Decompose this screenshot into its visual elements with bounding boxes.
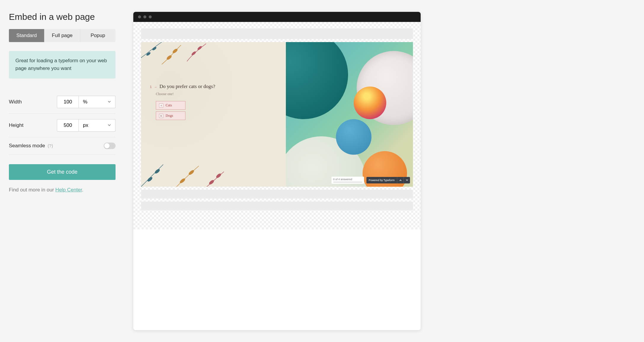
option-b[interactable]: B Dogs — [156, 111, 185, 120]
preview-pane: 1 → Do you prefer cats or dogs? Choose o… — [133, 12, 635, 330]
width-input-group: % — [57, 96, 116, 108]
svg-point-5 — [197, 45, 203, 51]
placeholder-block — [141, 28, 413, 39]
height-unit-select[interactable]: px — [79, 119, 116, 132]
tab-full-page[interactable]: Full page — [44, 29, 80, 42]
powered-by-label[interactable]: Powered by Typeform — [366, 177, 397, 183]
placeholder-block — [141, 190, 413, 199]
embed-mode-tabs: Standard Full page Popup — [9, 29, 116, 42]
tab-popup[interactable]: Popup — [80, 29, 116, 42]
powered-by-badge: Powered by Typeform — [366, 177, 410, 183]
svg-point-11 — [215, 173, 222, 179]
svg-point-6 — [147, 176, 153, 183]
chevron-down-icon — [108, 122, 111, 128]
mode-description: Great for loading a typeform on your web… — [9, 51, 116, 79]
window-dot-icon — [149, 15, 152, 18]
embed-settings-panel: Embed in a web page Standard Full page P… — [9, 12, 116, 330]
seamless-help-icon[interactable]: (?) — [48, 143, 53, 148]
progress-indicator: 0 of 4 answered — [331, 177, 364, 184]
typeform-question-panel: 1 → Do you prefer cats or dogs? Choose o… — [141, 42, 286, 187]
chevron-down-icon — [108, 99, 111, 105]
width-unit-select[interactable]: % — [79, 96, 116, 108]
option-a[interactable]: A Cats — [156, 101, 185, 110]
window-dot-icon — [138, 15, 141, 18]
svg-point-4 — [191, 51, 197, 56]
window-dot-icon — [143, 15, 146, 18]
help-center-link[interactable]: Help Center — [55, 187, 82, 193]
page-title: Embed in a web page — [9, 12, 116, 22]
height-input-group: px — [57, 119, 116, 132]
seamless-row: Seamless mode (?) — [9, 137, 116, 155]
width-unit-value: % — [83, 99, 87, 105]
typeform-embed-preview: 1 → Do you prefer cats or dogs? Choose o… — [141, 42, 413, 187]
tab-standard[interactable]: Standard — [9, 29, 44, 42]
question-hint: Choose one! — [156, 92, 277, 96]
svg-point-7 — [154, 168, 161, 175]
preview-browser-window: 1 → Do you prefer cats or dogs? Choose o… — [133, 12, 421, 330]
get-code-button[interactable]: Get the code — [9, 164, 116, 180]
width-input[interactable] — [57, 96, 79, 108]
bubble-decoration-icon — [286, 42, 348, 119]
height-unit-value: px — [83, 122, 88, 128]
preview-titlebar — [133, 12, 421, 22]
prev-question-button[interactable] — [397, 177, 403, 183]
height-row: Height px — [9, 114, 116, 137]
option-label: Cats — [166, 103, 172, 108]
seamless-label: Seamless mode (?) — [9, 143, 53, 149]
width-row: Width % — [9, 90, 116, 114]
width-label: Width — [9, 99, 22, 105]
seamless-toggle[interactable] — [104, 143, 116, 149]
option-label: Dogs — [166, 114, 173, 118]
typeform-image-panel: 0 of 4 answered Powered by Typeform — [286, 42, 413, 187]
option-key: B — [159, 114, 163, 118]
next-question-button[interactable] — [403, 177, 410, 183]
leaves-decoration-icon — [141, 42, 206, 69]
question-number: 1 — [150, 85, 152, 89]
help-line: Find out more in our Help Center. — [9, 187, 116, 193]
question-text: Do you prefer cats or dogs? — [159, 84, 215, 90]
bubble-decoration-icon — [354, 87, 386, 119]
question-row: 1 → Do you prefer cats or dogs? — [150, 84, 277, 90]
height-input[interactable] — [57, 119, 79, 132]
bubble-decoration-icon — [336, 119, 371, 155]
placeholder-block — [141, 202, 413, 210]
option-key: A — [159, 103, 163, 108]
leaves-decoration-icon — [141, 154, 224, 187]
preview-body: 1 → Do you prefer cats or dogs? Choose o… — [133, 22, 421, 229]
height-label: Height — [9, 122, 23, 128]
arrow-right-icon: → — [154, 85, 157, 89]
typeform-footer: 0 of 4 answered Powered by Typeform — [331, 177, 410, 184]
svg-point-1 — [152, 46, 157, 51]
